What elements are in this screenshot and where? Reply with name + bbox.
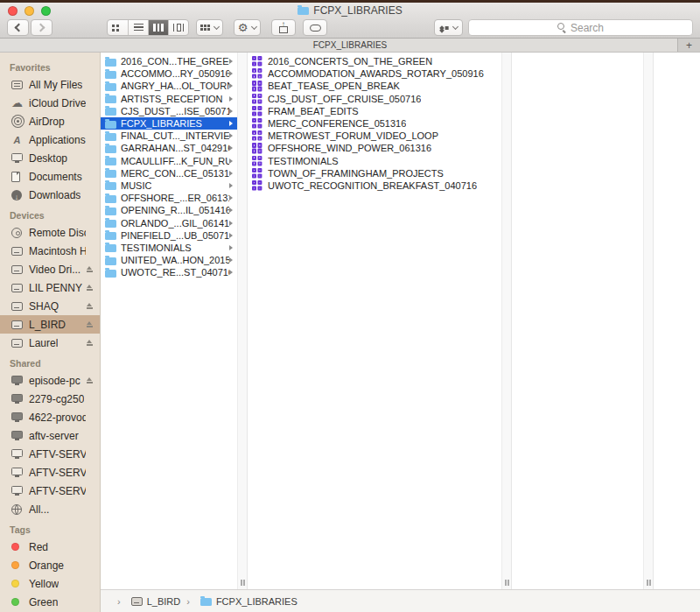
sidebar-item[interactable]: AFTV-SERV...	[0, 445, 100, 463]
column-browser: 2016_CON...THE_GREEN ACCOMMO...RY_050916…	[101, 53, 700, 589]
dropbox-menu-button[interactable]	[434, 19, 463, 36]
folder-row[interactable]: UWOTC_RE...ST_040716	[101, 266, 237, 278]
folder-row[interactable]: OPENING_R...IL_051416	[101, 204, 237, 216]
sidebar-item[interactable]: SHAQ	[0, 297, 100, 315]
file-row[interactable]: ACCOMMODATION_AWARDS_ROTARY_050916	[248, 67, 501, 80]
sidebar-item[interactable]: AFTV-SERV...	[0, 463, 100, 482]
folder-row[interactable]: PINEFIELD_...UB_050716	[101, 229, 237, 242]
window-title: FCPX_LIBRARIES	[298, 4, 402, 17]
sidebar-item[interactable]: All...	[0, 500, 100, 518]
path-crumb[interactable]: L_BIRD	[111, 596, 180, 607]
minimize-button[interactable]	[24, 6, 34, 16]
file-row[interactable]: TESTIMONIALS	[248, 155, 501, 167]
new-tab-button[interactable]: +	[677, 39, 700, 52]
folder-row[interactable]: GARRAHAN...ST_042916	[101, 142, 237, 154]
folder-row[interactable]: 2016_CON...THE_GREEN	[101, 55, 237, 67]
sidebar-item[interactable]: Video Dri...	[0, 260, 100, 278]
eject-icon[interactable]	[86, 266, 94, 273]
folder-row[interactable]: MUSIC	[101, 179, 237, 192]
scrollbar-folders[interactable]	[237, 53, 248, 589]
file-row[interactable]: TOWN_OF_FRAMINGHAM_PROJECTS	[248, 167, 501, 179]
file-row[interactable]: 2016_CONCERTS_ON_THE_GREEN	[248, 55, 501, 67]
scrollbar-preview[interactable]	[643, 53, 654, 589]
file-name: MERC_CONFERENCE_051316	[268, 118, 406, 129]
folder-row[interactable]: ORLANDO_...GIL_061416	[101, 216, 237, 229]
sidebar-item[interactable]: AFTV-SERV...	[0, 482, 100, 500]
eject-icon[interactable]	[86, 377, 94, 384]
folder-row[interactable]: ARTISTS_RECEPTION	[101, 93, 237, 105]
folder-row[interactable]: CJS_DUST_...ISE_050716	[101, 105, 237, 117]
list-view-button[interactable]	[128, 20, 148, 35]
column-view-button[interactable]	[148, 20, 168, 35]
icon-view-button[interactable]	[108, 20, 128, 35]
folder-row[interactable]: FCPX_LIBRARIES	[101, 117, 237, 130]
path-crumb[interactable]: FCPX_LIBRARIES	[180, 596, 298, 607]
sidebar-item[interactable]: Remote Disc	[0, 223, 100, 242]
sidebar-item-icon	[11, 153, 23, 161]
folder-name: UNITED_WA..HON_2015	[121, 255, 229, 265]
chevron-down-icon	[452, 23, 458, 29]
folder-row[interactable]: MERC_CON...CE_051316	[101, 167, 237, 179]
folder-row[interactable]: ANGRY_HA...OL_TOURNY	[101, 80, 237, 92]
sidebar-item[interactable]: AirDrop	[0, 112, 100, 130]
folder-row[interactable]: FINAL_CUT..._INTERVIEW	[101, 130, 237, 142]
chevron-right-icon	[229, 183, 233, 188]
sidebar-item-label: AirDrop	[29, 116, 65, 128]
sidebar-item[interactable]: Downloads	[0, 186, 100, 204]
eject-icon[interactable]	[86, 321, 94, 328]
search-input[interactable]: Search	[468, 19, 693, 36]
folder-name: PINEFIELD_...UB_050716	[121, 230, 229, 241]
file-row[interactable]: OFFSHORE_WIND_POWER_061316	[248, 142, 501, 154]
back-button[interactable]	[7, 19, 29, 36]
share-button[interactable]	[271, 19, 296, 36]
path-crumb-icon	[200, 598, 212, 606]
sidebar-tag-item[interactable]: Orange	[0, 556, 100, 574]
folder-row[interactable]: UNITED_WA..HON_2015	[101, 254, 237, 266]
sidebar-tag-item[interactable]: Yellow	[0, 574, 100, 593]
chevron-right-icon	[229, 158, 233, 164]
arrange-menu-button[interactable]	[196, 19, 223, 36]
zoom-button[interactable]	[41, 6, 51, 16]
sidebar-item[interactable]: Macintosh HD	[0, 242, 100, 260]
sidebar-item[interactable]: iCloud Drive	[0, 94, 100, 112]
sidebar-item[interactable]: L_BIRD	[0, 315, 100, 334]
file-row[interactable]: METROWEST_FORUM_VIDEO_LOOP	[248, 130, 501, 142]
folder-row[interactable]: TESTIMONIALS	[101, 242, 237, 254]
forward-button[interactable]	[31, 19, 52, 36]
file-row[interactable]: BEAT_TEASE_OPEN_BREAK	[248, 80, 501, 92]
tag-button[interactable]	[303, 19, 327, 36]
tab-fcpx-libraries[interactable]: FCPX_LIBRARIES	[313, 40, 387, 50]
file-name: ACCOMMODATION_AWARDS_ROTARY_050916	[268, 68, 484, 79]
coverflow-view-button[interactable]	[168, 20, 188, 35]
close-button[interactable]	[8, 6, 18, 16]
action-menu-button[interactable]: ⚙	[234, 19, 261, 36]
scrollbar-files[interactable]	[501, 53, 512, 589]
file-name: BEAT_TEASE_OPEN_BREAK	[268, 81, 400, 91]
file-row[interactable]: CJS_DUST_OFF_CRUISE_050716	[248, 93, 501, 105]
eject-icon[interactable]	[86, 340, 94, 347]
sidebar-item[interactable]: 4622-provod	[0, 408, 100, 426]
sidebar-item[interactable]: Laurel	[0, 334, 100, 352]
file-row[interactable]: UWOTC_RECOGNITION_BREAKFAST_040716	[248, 179, 501, 192]
sidebar-item-icon	[11, 412, 23, 420]
sidebar-tag-item[interactable]: Green	[0, 593, 100, 611]
file-row[interactable]: FRAM_BEAT_EDITS	[248, 105, 501, 117]
sidebar-item[interactable]: Documents	[0, 167, 100, 186]
folder-row[interactable]: MCAULLIFF...K_FUN_RUN	[101, 155, 237, 167]
sidebar-item[interactable]: episode-pc	[0, 371, 100, 390]
sidebar-item[interactable]: All My Files	[0, 75, 100, 94]
chevron-right-icon	[229, 121, 233, 126]
folder-row[interactable]: ACCOMMO...RY_050916	[101, 67, 237, 80]
file-row[interactable]: MERC_CONFERENCE_051316	[248, 117, 501, 130]
sidebar-item[interactable]: aftv-server	[0, 426, 100, 445]
sidebar-item[interactable]: Desktop	[0, 149, 100, 167]
folder-row[interactable]: OFFSHORE_...ER_061316	[101, 192, 237, 204]
eject-icon[interactable]	[86, 285, 94, 292]
sidebar-item[interactable]: LIL PENNY	[0, 278, 100, 297]
nav-buttons	[7, 19, 52, 36]
sidebar-item[interactable]: Applications	[0, 130, 100, 149]
title-bar[interactable]: FCPX_LIBRARIES	[0, 3, 700, 18]
sidebar-item[interactable]: 2279-cg250	[0, 390, 100, 408]
eject-icon[interactable]	[86, 303, 94, 310]
sidebar-tag-item[interactable]: Red	[0, 538, 100, 556]
